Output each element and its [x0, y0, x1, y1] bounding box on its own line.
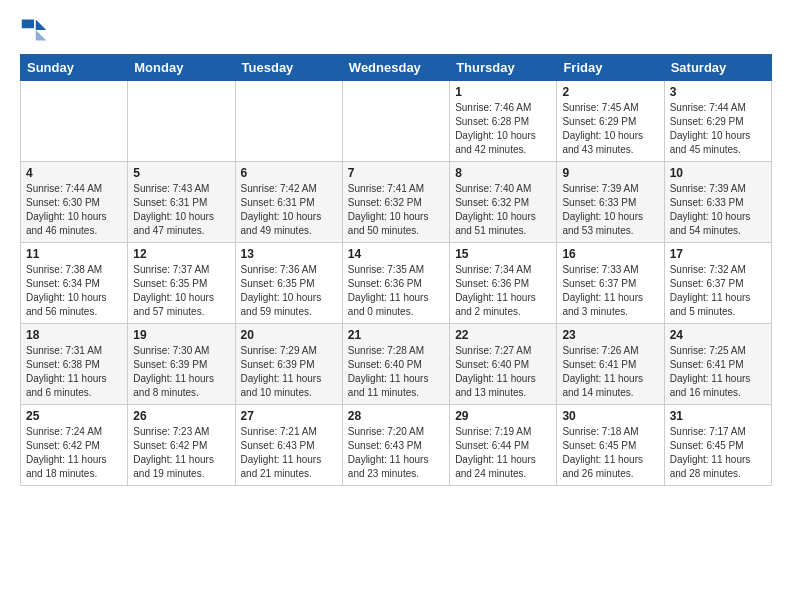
logo [20, 16, 52, 44]
day-cell: 31Sunrise: 7:17 AM Sunset: 6:45 PM Dayli… [664, 405, 771, 486]
day-cell: 7Sunrise: 7:41 AM Sunset: 6:32 PM Daylig… [342, 162, 449, 243]
day-info: Sunrise: 7:25 AM Sunset: 6:41 PM Dayligh… [670, 344, 766, 400]
day-info: Sunrise: 7:41 AM Sunset: 6:32 PM Dayligh… [348, 182, 444, 238]
day-cell [342, 81, 449, 162]
day-info: Sunrise: 7:44 AM Sunset: 6:29 PM Dayligh… [670, 101, 766, 157]
day-number: 25 [26, 409, 122, 423]
day-number: 26 [133, 409, 229, 423]
header [20, 16, 772, 44]
day-cell [128, 81, 235, 162]
week-row-2: 4Sunrise: 7:44 AM Sunset: 6:30 PM Daylig… [21, 162, 772, 243]
day-info: Sunrise: 7:37 AM Sunset: 6:35 PM Dayligh… [133, 263, 229, 319]
col-header-wednesday: Wednesday [342, 55, 449, 81]
day-number: 27 [241, 409, 337, 423]
day-cell: 14Sunrise: 7:35 AM Sunset: 6:36 PM Dayli… [342, 243, 449, 324]
day-info: Sunrise: 7:21 AM Sunset: 6:43 PM Dayligh… [241, 425, 337, 481]
day-cell: 15Sunrise: 7:34 AM Sunset: 6:36 PM Dayli… [450, 243, 557, 324]
day-info: Sunrise: 7:39 AM Sunset: 6:33 PM Dayligh… [562, 182, 658, 238]
day-cell: 11Sunrise: 7:38 AM Sunset: 6:34 PM Dayli… [21, 243, 128, 324]
day-number: 17 [670, 247, 766, 261]
day-info: Sunrise: 7:46 AM Sunset: 6:28 PM Dayligh… [455, 101, 551, 157]
day-info: Sunrise: 7:19 AM Sunset: 6:44 PM Dayligh… [455, 425, 551, 481]
day-cell: 9Sunrise: 7:39 AM Sunset: 6:33 PM Daylig… [557, 162, 664, 243]
day-info: Sunrise: 7:43 AM Sunset: 6:31 PM Dayligh… [133, 182, 229, 238]
day-cell: 29Sunrise: 7:19 AM Sunset: 6:44 PM Dayli… [450, 405, 557, 486]
day-cell: 5Sunrise: 7:43 AM Sunset: 6:31 PM Daylig… [128, 162, 235, 243]
logo-icon [20, 16, 48, 44]
day-cell: 28Sunrise: 7:20 AM Sunset: 6:43 PM Dayli… [342, 405, 449, 486]
day-number: 19 [133, 328, 229, 342]
day-number: 12 [133, 247, 229, 261]
day-info: Sunrise: 7:30 AM Sunset: 6:39 PM Dayligh… [133, 344, 229, 400]
day-number: 31 [670, 409, 766, 423]
day-cell: 12Sunrise: 7:37 AM Sunset: 6:35 PM Dayli… [128, 243, 235, 324]
col-header-sunday: Sunday [21, 55, 128, 81]
day-number: 21 [348, 328, 444, 342]
day-info: Sunrise: 7:42 AM Sunset: 6:31 PM Dayligh… [241, 182, 337, 238]
day-cell: 30Sunrise: 7:18 AM Sunset: 6:45 PM Dayli… [557, 405, 664, 486]
day-info: Sunrise: 7:36 AM Sunset: 6:35 PM Dayligh… [241, 263, 337, 319]
day-number: 5 [133, 166, 229, 180]
day-cell: 2Sunrise: 7:45 AM Sunset: 6:29 PM Daylig… [557, 81, 664, 162]
col-header-saturday: Saturday [664, 55, 771, 81]
day-number: 24 [670, 328, 766, 342]
day-number: 8 [455, 166, 551, 180]
day-cell: 10Sunrise: 7:39 AM Sunset: 6:33 PM Dayli… [664, 162, 771, 243]
day-number: 14 [348, 247, 444, 261]
day-number: 9 [562, 166, 658, 180]
day-number: 30 [562, 409, 658, 423]
day-info: Sunrise: 7:23 AM Sunset: 6:42 PM Dayligh… [133, 425, 229, 481]
day-info: Sunrise: 7:24 AM Sunset: 6:42 PM Dayligh… [26, 425, 122, 481]
day-info: Sunrise: 7:34 AM Sunset: 6:36 PM Dayligh… [455, 263, 551, 319]
day-info: Sunrise: 7:17 AM Sunset: 6:45 PM Dayligh… [670, 425, 766, 481]
day-info: Sunrise: 7:20 AM Sunset: 6:43 PM Dayligh… [348, 425, 444, 481]
day-number: 13 [241, 247, 337, 261]
week-row-1: 1Sunrise: 7:46 AM Sunset: 6:28 PM Daylig… [21, 81, 772, 162]
day-info: Sunrise: 7:40 AM Sunset: 6:32 PM Dayligh… [455, 182, 551, 238]
day-cell: 3Sunrise: 7:44 AM Sunset: 6:29 PM Daylig… [664, 81, 771, 162]
day-info: Sunrise: 7:26 AM Sunset: 6:41 PM Dayligh… [562, 344, 658, 400]
day-number: 1 [455, 85, 551, 99]
day-number: 18 [26, 328, 122, 342]
day-cell: 24Sunrise: 7:25 AM Sunset: 6:41 PM Dayli… [664, 324, 771, 405]
day-number: 22 [455, 328, 551, 342]
day-info: Sunrise: 7:38 AM Sunset: 6:34 PM Dayligh… [26, 263, 122, 319]
day-cell: 13Sunrise: 7:36 AM Sunset: 6:35 PM Dayli… [235, 243, 342, 324]
week-row-5: 25Sunrise: 7:24 AM Sunset: 6:42 PM Dayli… [21, 405, 772, 486]
day-info: Sunrise: 7:33 AM Sunset: 6:37 PM Dayligh… [562, 263, 658, 319]
day-number: 7 [348, 166, 444, 180]
day-cell: 20Sunrise: 7:29 AM Sunset: 6:39 PM Dayli… [235, 324, 342, 405]
col-header-tuesday: Tuesday [235, 55, 342, 81]
day-cell: 19Sunrise: 7:30 AM Sunset: 6:39 PM Dayli… [128, 324, 235, 405]
day-cell [235, 81, 342, 162]
day-cell: 21Sunrise: 7:28 AM Sunset: 6:40 PM Dayli… [342, 324, 449, 405]
day-number: 28 [348, 409, 444, 423]
day-number: 4 [26, 166, 122, 180]
day-info: Sunrise: 7:31 AM Sunset: 6:38 PM Dayligh… [26, 344, 122, 400]
calendar-table: SundayMondayTuesdayWednesdayThursdayFrid… [20, 54, 772, 486]
day-cell: 17Sunrise: 7:32 AM Sunset: 6:37 PM Dayli… [664, 243, 771, 324]
page: SundayMondayTuesdayWednesdayThursdayFrid… [0, 0, 792, 502]
day-cell: 25Sunrise: 7:24 AM Sunset: 6:42 PM Dayli… [21, 405, 128, 486]
day-number: 3 [670, 85, 766, 99]
day-cell: 26Sunrise: 7:23 AM Sunset: 6:42 PM Dayli… [128, 405, 235, 486]
week-row-3: 11Sunrise: 7:38 AM Sunset: 6:34 PM Dayli… [21, 243, 772, 324]
col-header-thursday: Thursday [450, 55, 557, 81]
day-cell: 22Sunrise: 7:27 AM Sunset: 6:40 PM Dayli… [450, 324, 557, 405]
day-number: 20 [241, 328, 337, 342]
day-info: Sunrise: 7:28 AM Sunset: 6:40 PM Dayligh… [348, 344, 444, 400]
day-cell: 1Sunrise: 7:46 AM Sunset: 6:28 PM Daylig… [450, 81, 557, 162]
day-info: Sunrise: 7:44 AM Sunset: 6:30 PM Dayligh… [26, 182, 122, 238]
col-header-friday: Friday [557, 55, 664, 81]
day-info: Sunrise: 7:45 AM Sunset: 6:29 PM Dayligh… [562, 101, 658, 157]
col-header-monday: Monday [128, 55, 235, 81]
day-info: Sunrise: 7:29 AM Sunset: 6:39 PM Dayligh… [241, 344, 337, 400]
day-number: 29 [455, 409, 551, 423]
week-row-4: 18Sunrise: 7:31 AM Sunset: 6:38 PM Dayli… [21, 324, 772, 405]
day-number: 6 [241, 166, 337, 180]
day-number: 11 [26, 247, 122, 261]
day-cell: 18Sunrise: 7:31 AM Sunset: 6:38 PM Dayli… [21, 324, 128, 405]
day-info: Sunrise: 7:39 AM Sunset: 6:33 PM Dayligh… [670, 182, 766, 238]
day-cell: 6Sunrise: 7:42 AM Sunset: 6:31 PM Daylig… [235, 162, 342, 243]
day-info: Sunrise: 7:18 AM Sunset: 6:45 PM Dayligh… [562, 425, 658, 481]
